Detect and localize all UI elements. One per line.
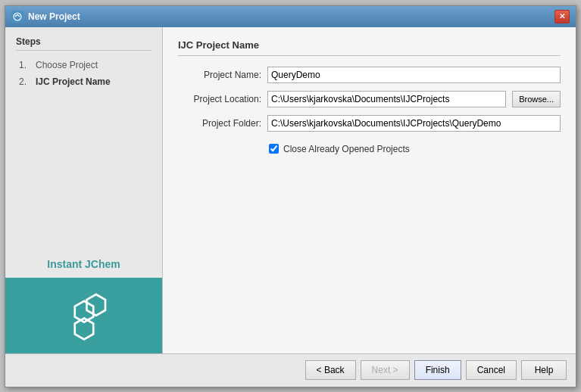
project-location-label: Project Location: xyxy=(178,94,261,104)
new-project-dialog: New Project ✕ Steps 1. Choose Project 2.… xyxy=(5,5,576,387)
cancel-button[interactable]: Cancel xyxy=(466,360,517,380)
title-bar-left: New Project xyxy=(11,11,80,23)
steps-panel: Steps 1. Choose Project 2. IJC Project N… xyxy=(5,27,162,250)
next-button[interactable]: Next > xyxy=(361,360,410,380)
step-label-2: IJC Project Name xyxy=(36,76,111,87)
close-button[interactable]: ✕ xyxy=(554,10,570,23)
project-folder-input[interactable] xyxy=(267,115,561,132)
steps-title: Steps xyxy=(16,36,151,51)
step-label-1: Choose Project xyxy=(36,60,98,70)
project-location-row: Project Location: Browse... xyxy=(178,91,561,107)
title-bar: New Project ✕ xyxy=(5,6,576,27)
project-name-input[interactable] xyxy=(267,67,561,83)
step-item-1: 1. Choose Project xyxy=(16,58,151,72)
dialog-body: Steps 1. Choose Project 2. IJC Project N… xyxy=(5,27,576,353)
project-folder-row: Project Folder: xyxy=(178,115,561,132)
main-content: IJC Project Name Project Name: Project L… xyxy=(163,27,576,353)
project-name-row: Project Name: xyxy=(178,67,561,83)
help-button[interactable]: Help xyxy=(521,360,567,380)
dialog-footer: < Back Next > Finish Cancel Help xyxy=(5,353,576,387)
finish-button[interactable]: Finish xyxy=(414,360,461,380)
hex-logo-icon xyxy=(58,289,111,342)
project-name-label: Project Name: xyxy=(178,70,261,80)
checkbox-label: Close Already Opened Projects xyxy=(283,144,410,154)
step-number-1: 1. xyxy=(19,60,31,70)
project-location-input[interactable] xyxy=(267,91,506,107)
checkbox-row: Close Already Opened Projects xyxy=(269,144,561,154)
sidebar-graphic xyxy=(5,278,162,353)
dialog-title: New Project xyxy=(28,11,80,22)
branding-label: Instant JChem xyxy=(5,250,162,278)
back-button[interactable]: < Back xyxy=(305,360,356,380)
step-number-2: 2. xyxy=(19,76,31,87)
browse-button[interactable]: Browse... xyxy=(512,91,561,107)
close-projects-checkbox[interactable] xyxy=(269,144,279,154)
sidebar: Steps 1. Choose Project 2. IJC Project N… xyxy=(5,27,163,353)
project-folder-label: Project Folder: xyxy=(178,118,261,129)
section-title: IJC Project Name xyxy=(178,39,561,56)
dialog-icon xyxy=(11,11,23,23)
step-item-2: 2. IJC Project Name xyxy=(16,75,151,89)
